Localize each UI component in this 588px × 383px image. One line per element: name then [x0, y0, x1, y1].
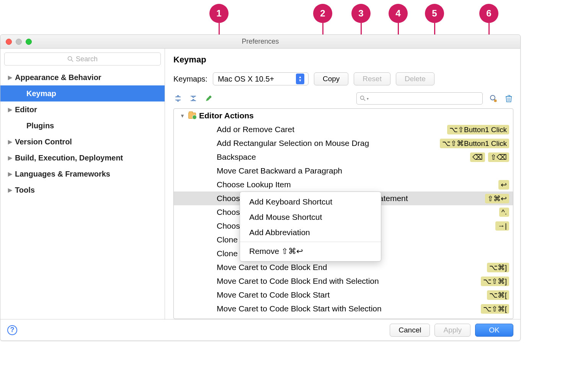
keymaps-select-value: Mac OS X 10.5+	[218, 75, 274, 83]
chevron-right-icon: ▶	[8, 187, 15, 193]
svg-line-7	[508, 98, 508, 101]
shortcut-badge: ⌥⇧⌘]	[481, 277, 509, 286]
cancel-button[interactable]: Cancel	[390, 324, 430, 337]
dialog-footer: ? Cancel Apply OK	[0, 319, 520, 340]
sidebar-item-editor[interactable]: ▶Editor	[0, 101, 165, 118]
sidebar-item-tools[interactable]: ▶Tools	[0, 182, 165, 198]
sidebar-item-label: Appearance & Behavior	[15, 73, 101, 82]
folder-icon	[188, 113, 196, 119]
sidebar-item-label: Languages & Frameworks	[15, 170, 110, 178]
find-by-shortcut-icon[interactable]	[489, 94, 498, 103]
sidebar-search-input[interactable]: Search	[4, 52, 161, 65]
delete-button[interactable]: Delete	[396, 72, 434, 85]
chevron-right-icon: ▶	[8, 139, 15, 145]
search-icon	[67, 56, 74, 62]
callout-1: 1	[209, 4, 229, 23]
sidebar-item-appearance-behavior[interactable]: ▶Appearance & Behavior	[0, 69, 165, 85]
sidebar-item-label: Build, Execution, Deployment	[15, 154, 123, 162]
action-label: Move Caret to Code Block Start with Sele…	[217, 304, 478, 313]
ok-button[interactable]: OK	[475, 324, 513, 337]
preferences-window: Preferences Search ▶Appearance & Behavio…	[0, 34, 521, 341]
action-label: Backspace	[217, 152, 467, 162]
shortcut-badge: ⌥⇧⌘[	[481, 304, 509, 314]
callout-6: 6	[479, 4, 498, 23]
tree-group-editor-actions[interactable]: ▼ Editor Actions	[174, 109, 513, 123]
titlebar: Preferences	[0, 35, 520, 49]
action-label: Add or Remove Caret	[217, 125, 444, 134]
reset-button[interactable]: Reset	[354, 72, 390, 85]
tree-group-label: Editor Actions	[199, 111, 509, 120]
action-row[interactable]: Backspace⌫⇧⌫	[174, 150, 513, 164]
sidebar-item-languages-frameworks[interactable]: ▶Languages & Frameworks	[0, 166, 165, 182]
svg-point-0	[68, 57, 72, 61]
menu-add-keyboard-shortcut[interactable]: Add Keyboard Shortcut	[240, 194, 381, 210]
action-row[interactable]: Move Caret to Code Block End with Select…	[174, 274, 513, 288]
sidebar-item-label: Editor	[15, 105, 37, 114]
chevron-right-icon: ▶	[8, 171, 15, 177]
shortcut-badge: ⌫	[470, 152, 485, 162]
shortcut-badge: ⌥⌘]	[487, 263, 509, 272]
sidebar-item-label: Plugins	[26, 121, 54, 130]
shortcut-badge: ^.	[499, 208, 509, 217]
sidebar-item-plugins[interactable]: Plugins	[0, 118, 165, 134]
sidebar-item-version-control[interactable]: ▶Version Control	[0, 134, 165, 150]
sidebar: Search ▶Appearance & BehaviorKeymap▶Edit…	[0, 49, 165, 319]
context-menu: Add Keyboard Shortcut Add Mouse Shortcut…	[240, 192, 381, 262]
window-title: Preferences	[0, 38, 520, 46]
collapse-all-icon[interactable]	[189, 94, 198, 103]
svg-point-4	[490, 95, 495, 100]
annotation-callouts: 1 2 3 4 5 6	[0, 0, 588, 31]
svg-line-9	[510, 98, 510, 101]
keymaps-select[interactable]: Mac OS X 10.5+ ▲▼	[213, 72, 309, 85]
copy-button[interactable]: Copy	[314, 72, 348, 85]
shortcut-badge: ⌥⌘[	[487, 290, 509, 300]
sidebar-item-build-execution-deployment[interactable]: ▶Build, Execution, Deployment	[0, 150, 165, 166]
shortcut-badge: ⇧⌘↩	[485, 194, 509, 203]
svg-line-1	[71, 60, 73, 62]
chevron-right-icon: ▶	[8, 155, 15, 161]
chevron-right-icon: ▶	[8, 74, 15, 80]
action-row[interactable]: Move Caret Backward a Paragraph	[174, 164, 513, 178]
action-tree[interactable]: ▼ Editor Actions Add or Remove Caret⌥⇧Bu…	[173, 108, 513, 319]
trash-icon[interactable]	[504, 94, 513, 103]
sidebar-item-label: Version Control	[15, 137, 72, 146]
menu-add-abbreviation[interactable]: Add Abbreviation	[240, 225, 381, 240]
action-search-input[interactable]: ▾	[356, 92, 483, 105]
action-row[interactable]: Move Caret to Code Block Start⌥⌘[	[174, 288, 513, 302]
callout-4: 4	[389, 4, 408, 23]
select-stepper-icon: ▲▼	[296, 74, 304, 84]
action-label: Move Caret Backward a Paragraph	[217, 166, 506, 175]
edit-icon[interactable]	[204, 94, 213, 103]
sidebar-item-label: Tools	[15, 186, 35, 195]
svg-line-3	[364, 99, 366, 101]
search-icon	[360, 95, 366, 101]
menu-remove-shortcut[interactable]: Remove ⇧⌘↩	[240, 244, 381, 259]
action-row[interactable]: Move Caret to Code Block Start with Sele…	[174, 302, 513, 316]
action-label: Move Caret to Code Block End with Select…	[217, 277, 478, 286]
svg-point-2	[361, 96, 364, 100]
help-button[interactable]: ?	[7, 325, 17, 335]
search-placeholder: Search	[76, 55, 98, 63]
shortcut-badge: ⌥⇧Button1 Click	[447, 125, 509, 134]
disclosure-triangle-icon[interactable]: ▼	[180, 113, 185, 119]
action-label: Choose Lookup Item	[217, 180, 495, 189]
action-row[interactable]: Add or Remove Caret⌥⇧Button1 Click	[174, 123, 513, 136]
action-label: Move Caret to Code Block Start	[217, 290, 484, 300]
sidebar-item-label: Keymap	[26, 89, 56, 98]
shortcut-badge: ⌥⇧⌘Button1 Click	[440, 139, 509, 148]
sidebar-item-keymap[interactable]: Keymap	[0, 85, 165, 101]
action-row[interactable]: Choose Lookup Item↩	[174, 178, 513, 192]
keymaps-label: Keymaps:	[173, 75, 207, 83]
apply-button[interactable]: Apply	[434, 324, 470, 337]
main-panel: Keymap Keymaps: Mac OS X 10.5+ ▲▼ Copy R…	[165, 49, 520, 319]
callout-5: 5	[425, 4, 444, 23]
action-label: Move Caret to Code Block End	[217, 263, 484, 272]
expand-all-icon[interactable]	[173, 94, 183, 103]
action-row[interactable]: Move Caret to Code Block End⌥⌘]	[174, 260, 513, 274]
menu-add-mouse-shortcut[interactable]: Add Mouse Shortcut	[240, 210, 381, 225]
shortcut-badge: →|	[495, 221, 509, 231]
svg-point-6	[494, 100, 497, 102]
action-row[interactable]: Add Rectangular Selection on Mouse Drag⌥…	[174, 136, 513, 150]
shortcut-badge: ⇧⌫	[488, 152, 509, 162]
callout-3: 3	[351, 4, 371, 23]
